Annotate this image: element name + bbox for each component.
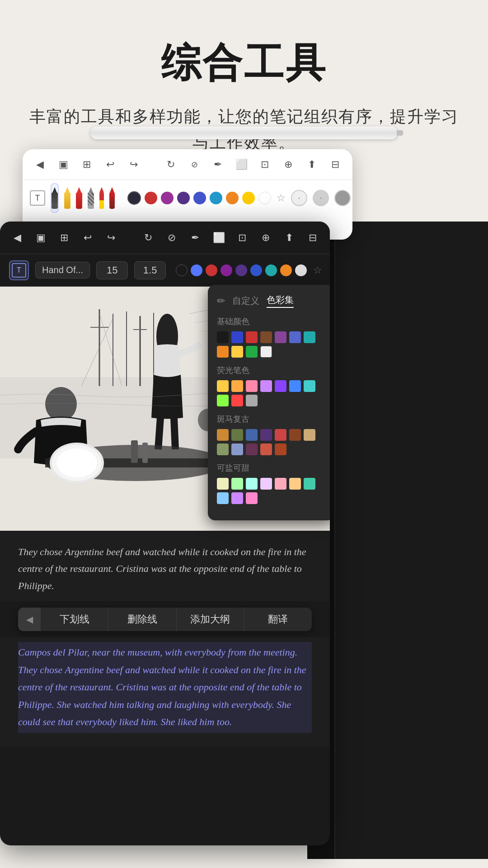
eyedropper-icon[interactable]: ✏ xyxy=(217,295,225,307)
crop-icon-dark[interactable]: ⊡ xyxy=(234,230,250,246)
strikethrough-icon-dark[interactable]: ⊘ xyxy=(164,230,180,246)
context-menu-underline[interactable]: 下划线 xyxy=(41,608,108,631)
sc-4[interactable] xyxy=(260,478,272,490)
color-orange-dark[interactable] xyxy=(280,264,292,276)
share-icon[interactable]: ⬆ xyxy=(304,156,320,173)
fc-6[interactable] xyxy=(289,380,301,392)
sc-8[interactable] xyxy=(217,492,229,504)
bc-2[interactable] xyxy=(231,331,243,343)
color-swatch-teal[interactable] xyxy=(210,192,222,204)
pencil-tool[interactable] xyxy=(99,184,104,212)
color-swatch-yellow[interactable] xyxy=(242,192,255,204)
fc-3[interactable] xyxy=(246,380,258,392)
zc-8[interactable] xyxy=(217,443,229,455)
fc-1[interactable] xyxy=(217,380,229,392)
back-icon[interactable]: ◀ xyxy=(32,156,48,173)
split-icon-dark[interactable]: ⊟ xyxy=(305,230,321,246)
color-red-dark[interactable] xyxy=(206,264,217,276)
text-tool[interactable]: T xyxy=(30,184,45,212)
color-swatch-red[interactable] xyxy=(145,192,157,204)
pen-icon-dark[interactable]: ✒ xyxy=(187,230,203,246)
zc-5[interactable] xyxy=(275,429,286,441)
zc-1[interactable] xyxy=(217,429,229,441)
sc-7[interactable] xyxy=(304,478,315,490)
crop-icon[interactable]: ⊡ xyxy=(257,156,273,173)
zc-10[interactable] xyxy=(246,443,258,455)
color-swatch-black[interactable] xyxy=(127,191,141,205)
color-darkpurple-dark[interactable] xyxy=(235,264,247,276)
sc-3[interactable] xyxy=(246,478,258,490)
undo-icon-dark[interactable]: ↩ xyxy=(80,230,96,246)
redo-icon[interactable]: ↪ xyxy=(126,156,142,173)
color-swatch-maroon[interactable] xyxy=(161,192,174,204)
custom-tab[interactable]: 自定义 xyxy=(232,295,259,307)
pen-striped-tool[interactable] xyxy=(88,184,94,212)
weight-selector[interactable]: 1.5 xyxy=(134,261,166,279)
fc-4[interactable] xyxy=(260,380,272,392)
grid-icon[interactable]: ⊞ xyxy=(79,156,95,173)
fc-10[interactable] xyxy=(246,395,258,406)
bc-1[interactable] xyxy=(217,331,229,343)
color-medblue-dark[interactable] xyxy=(250,264,262,276)
add-icon-dark[interactable]: ⊕ xyxy=(258,230,274,246)
sc-10[interactable] xyxy=(246,492,258,504)
fc-5[interactable] xyxy=(275,380,286,392)
bc-6[interactable] xyxy=(289,331,301,343)
context-menu-arrow[interactable]: ◀ xyxy=(18,608,41,631)
context-menu-outline[interactable]: 添加大纲 xyxy=(177,608,244,631)
sc-6[interactable] xyxy=(289,478,301,490)
text-tool-dark[interactable]: T xyxy=(9,260,29,280)
sc-9[interactable] xyxy=(231,492,243,504)
color-black-dark[interactable] xyxy=(176,264,188,276)
pen-red-tool[interactable] xyxy=(76,184,82,212)
pen-dark-tool[interactable] xyxy=(51,183,59,213)
color-purple-dark[interactable] xyxy=(221,264,232,276)
circle-small-btn[interactable]: • xyxy=(291,190,307,206)
bc-8[interactable] xyxy=(217,346,229,358)
add-icon[interactable]: ⊕ xyxy=(280,156,296,173)
color-swatch-white[interactable] xyxy=(258,192,271,204)
layout-icon[interactable]: ▣ xyxy=(55,156,71,173)
color-blue-dark[interactable] xyxy=(191,264,202,276)
zc-6[interactable] xyxy=(289,429,301,441)
back-icon-dark[interactable]: ◀ xyxy=(9,230,25,246)
undo-icon[interactable]: ↩ xyxy=(102,156,118,173)
zc-12[interactable] xyxy=(275,443,286,455)
fc-8[interactable] xyxy=(217,395,229,406)
fc-7[interactable] xyxy=(304,380,315,392)
grid-icon-dark[interactable]: ⊞ xyxy=(56,230,72,246)
color-white-dark[interactable] xyxy=(295,264,307,276)
circle-medium-btn[interactable]: • xyxy=(313,190,329,206)
color-teal-dark[interactable] xyxy=(265,264,277,276)
sc-1[interactable] xyxy=(217,478,229,490)
zc-9[interactable] xyxy=(231,443,243,455)
marker-tool[interactable] xyxy=(109,184,115,212)
color-swatch-orange[interactable] xyxy=(226,192,239,204)
layout-icon-dark[interactable]: ▣ xyxy=(33,230,49,246)
refresh-icon-dark[interactable]: ↻ xyxy=(140,230,156,246)
strikethrough-icon[interactable]: ⊘ xyxy=(186,156,202,173)
zc-2[interactable] xyxy=(231,429,243,441)
fc-2[interactable] xyxy=(231,380,243,392)
redo-icon-dark[interactable]: ↪ xyxy=(103,230,119,246)
bc-10[interactable] xyxy=(246,346,258,358)
fc-9[interactable] xyxy=(231,395,243,406)
refresh-icon[interactable]: ↻ xyxy=(163,156,179,173)
star-icon[interactable]: ☆ xyxy=(277,192,286,204)
bc-3[interactable] xyxy=(246,331,258,343)
image-icon-dark[interactable]: ⬜ xyxy=(211,230,227,246)
bc-4[interactable] xyxy=(260,331,272,343)
bc-7[interactable] xyxy=(304,331,315,343)
image-icon[interactable]: ⬜ xyxy=(233,156,249,173)
pen-icon[interactable]: ✒ xyxy=(210,156,226,173)
zc-11[interactable] xyxy=(260,443,272,455)
sc-5[interactable] xyxy=(275,478,286,490)
zc-4[interactable] xyxy=(260,429,272,441)
pen-yellow-tool[interactable] xyxy=(64,184,70,212)
color-swatch-blue[interactable] xyxy=(193,192,206,204)
collection-tab[interactable]: 色彩集 xyxy=(267,294,294,308)
zc-3[interactable] xyxy=(246,429,258,441)
size-selector[interactable]: 15 xyxy=(96,261,128,279)
bc-9[interactable] xyxy=(231,346,243,358)
bc-5[interactable] xyxy=(275,331,286,343)
